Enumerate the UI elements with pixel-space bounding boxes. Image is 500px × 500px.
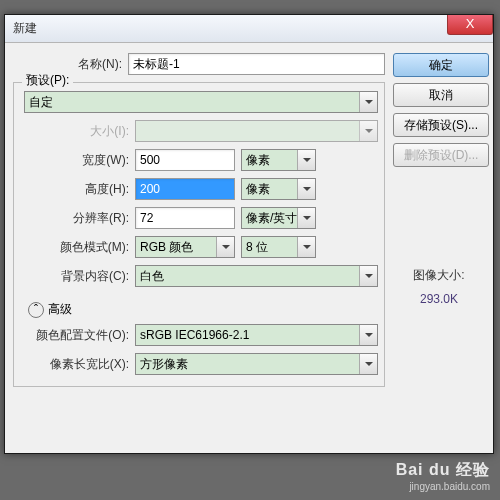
settings-group: 预设(P): 自定 大小(I): 宽度(W): — [13, 82, 385, 387]
image-size-value: 293.0K — [393, 292, 485, 306]
size-dropdown — [135, 120, 378, 142]
name-label: 名称(N): — [13, 56, 128, 73]
width-label: 宽度(W): — [20, 152, 135, 169]
preset-dropdown[interactable]: 自定 — [24, 91, 378, 113]
colormode-dropdown[interactable]: RGB 颜色 — [135, 236, 235, 258]
chevron-down-icon — [297, 179, 315, 199]
window-title: 新建 — [13, 20, 37, 37]
image-size-label: 图像大小: — [393, 267, 485, 284]
advanced-toggle[interactable]: ˆ — [28, 302, 44, 318]
colormode-label: 颜色模式(M): — [20, 239, 135, 256]
bitdepth-dropdown[interactable]: 8 位 — [241, 236, 316, 258]
pixelaspect-label: 像素长宽比(X): — [20, 356, 135, 373]
save-preset-button[interactable]: 存储预设(S)... — [393, 113, 489, 137]
watermark-url: jingyan.baidu.com — [396, 481, 490, 492]
chevron-down-icon — [297, 150, 315, 170]
pixelaspect-dropdown[interactable]: 方形像素 — [135, 353, 378, 375]
ok-button[interactable]: 确定 — [393, 53, 489, 77]
name-input[interactable] — [128, 53, 385, 75]
bgcontent-dropdown[interactable]: 白色 — [135, 265, 378, 287]
watermark: Bai du 经验 jingyan.baidu.com — [396, 460, 490, 492]
colorprofile-label: 颜色配置文件(O): — [20, 327, 135, 344]
advanced-label: 高级 — [48, 301, 72, 318]
size-label: 大小(I): — [20, 123, 135, 140]
bgcontent-label: 背景内容(C): — [20, 268, 135, 285]
resolution-unit-dropdown[interactable]: 像素/英寸 — [241, 207, 316, 229]
chevron-down-icon — [359, 354, 377, 374]
width-unit-dropdown[interactable]: 像素 — [241, 149, 316, 171]
chevron-down-icon — [297, 208, 315, 228]
titlebar[interactable]: 新建 X — [5, 15, 493, 43]
preset-label: 预设(P): — [26, 72, 69, 89]
chevron-down-icon — [297, 237, 315, 257]
resolution-label: 分辨率(R): — [20, 210, 135, 227]
chevron-down-icon — [359, 325, 377, 345]
close-button[interactable]: X — [447, 15, 493, 35]
chevron-down-icon — [359, 121, 377, 141]
watermark-brand: Bai du 经验 — [396, 460, 490, 481]
delete-preset-button: 删除预设(D)... — [393, 143, 489, 167]
chevron-down-icon — [359, 266, 377, 286]
height-label: 高度(H): — [20, 181, 135, 198]
resolution-input[interactable] — [135, 207, 235, 229]
width-input[interactable] — [135, 149, 235, 171]
height-unit-dropdown[interactable]: 像素 — [241, 178, 316, 200]
cancel-button[interactable]: 取消 — [393, 83, 489, 107]
height-input[interactable] — [135, 178, 235, 200]
chevron-down-icon — [216, 237, 234, 257]
chevron-down-icon — [359, 92, 377, 112]
chevron-up-icon: ˆ — [34, 303, 38, 317]
new-document-dialog: 新建 X 名称(N): 预设(P): 自定 大小(I): — [4, 14, 494, 454]
colorprofile-dropdown[interactable]: sRGB IEC61966-2.1 — [135, 324, 378, 346]
